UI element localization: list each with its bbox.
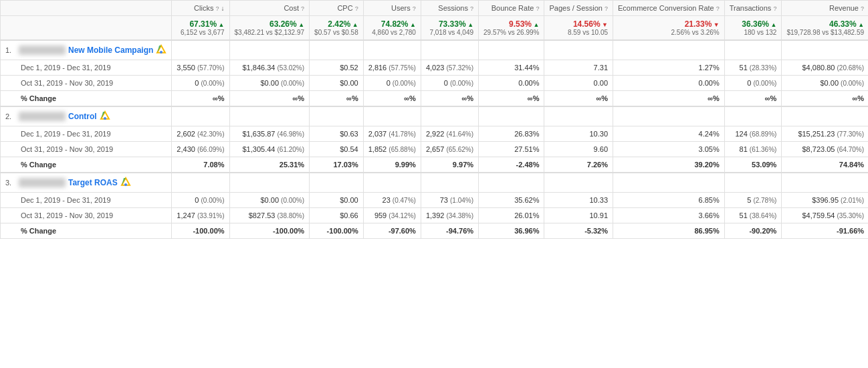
row-transactions: 0 (0.00%) [724,76,782,91]
campaign-header-empty [363,106,421,126]
users-help-icon[interactable]: ? [413,5,416,12]
row-cpc: $0.00 [310,193,364,208]
row-transactions: 124 (68.89%) [724,126,782,142]
row-sessions: 2,922 (41.64%) [421,126,478,142]
campaign-header-empty [479,173,544,193]
campaign-id-blur [19,45,66,55]
row-users: 9.99% [363,157,421,173]
row-bounce: 26.83% [479,126,544,142]
row-revenue: $15,251.23 (77.30%) [782,126,868,142]
row-ecommerce: 3.66% [613,208,725,223]
cost-help-icon[interactable]: ? [301,5,304,12]
row-pages: 7.31 [544,60,613,76]
campaign-header-empty [479,40,544,60]
row-bounce: 31.44% [479,60,544,76]
bounce-help-icon[interactable]: ? [536,5,539,12]
row-revenue: $8,723.05 (64.70%) [782,142,868,157]
row-bounce: ∞% [479,91,544,107]
campaign-header-empty [544,173,613,193]
row-clicks: 1,247 (33.91%) [172,208,229,223]
campaign-header-empty [782,40,868,60]
row-users: 2,816 (57.75%) [363,60,421,76]
campaign-header-empty [229,106,310,126]
row-cost: -100.00% [229,223,310,239]
row-revenue: $0.00 (0.00%) [782,76,868,91]
pages-help-icon[interactable]: ? [605,5,608,12]
campaign-name-link[interactable]: Control [68,112,97,121]
summary-sessions: 73.33% 7,018 vs 4,049 [421,16,478,41]
summary-users: 74.82% 4,860 vs 2,780 [363,16,421,41]
row-clicks: -100.00% [172,223,229,239]
campaign-header-empty [782,106,868,126]
row-cost: $1,305.44 (61.20%) [229,142,310,157]
summary-ecommerce: 21.33% 2.56% vs 3.26% [613,16,725,41]
clicks-sort-icon[interactable]: ↓ [221,5,225,12]
google-ads-icon [156,44,167,56]
row-ecommerce: 4.24% [613,126,725,142]
summary-transactions: 36.36% 180 vs 132 [724,16,782,41]
row-transactions: ∞% [724,91,782,107]
row-users: 959 (34.12%) [363,208,421,223]
data-row: % Change7.08%25.31%17.03%9.99%9.97%-2.48… [1,157,869,173]
row-cpc: $0.66 [310,208,364,223]
summary-row: 67.31% 6,152 vs 3,677 63.26% $3,482.21 v… [1,16,869,41]
revenue-help-icon[interactable]: ? [861,5,864,12]
campaign-header-empty [613,40,725,60]
col-cpc: CPC ? [310,1,364,16]
row-ecommerce: 86.95% [613,223,725,239]
campaign-name-link[interactable]: Target ROAS [68,178,118,187]
row-users: ∞% [363,91,421,107]
campaign-header-empty [613,106,725,126]
row-clicks: 0 (0.00%) [172,76,229,91]
campaign-header-empty [310,173,364,193]
campaign-cell-3: 3.Target ROAS [1,173,172,193]
row-clicks: 2,430 (66.09%) [172,142,229,157]
sessions-help-icon[interactable]: ? [470,5,473,12]
row-pages: 10.30 [544,126,613,142]
row-transactions: 5 (2.78%) [724,193,782,208]
row-users: -97.60% [363,223,421,239]
row-ecommerce: 1.27% [613,60,725,76]
summary-bounce: 9.53% 29.57% vs 26.99% [479,16,544,41]
campaign-header-empty [172,40,229,60]
campaign-row-1: 1.New Mobile Campaign [1,40,869,60]
ecommerce-help-icon[interactable]: ? [716,5,720,12]
row-pages: -5.32% [544,223,613,239]
campaign-header-empty [310,106,364,126]
campaign-header-empty [782,173,868,193]
row-cpc: 17.03% [310,157,364,173]
row-bounce: 0.00% [479,76,544,91]
campaign-row-2: 2.Control [1,106,869,126]
data-row: Oct 31, 2019 - Nov 30, 20190 (0.00%)$0.0… [1,76,869,91]
campaign-name-link[interactable]: New Mobile Campaign [68,45,153,55]
row-revenue: $4,080.80 (20.68%) [782,60,868,76]
row-revenue: $396.95 (2.01%) [782,193,868,208]
data-row: Dec 1, 2019 - Dec 31, 20190 (0.00%)$0.00… [1,193,869,208]
clicks-help-icon[interactable]: ? [215,5,219,12]
campaign-number: 2. [5,112,16,120]
row-label: Oct 31, 2019 - Nov 30, 2019 [1,76,172,91]
row-pages: 7.26% [544,157,613,173]
row-cpc: $0.52 [310,60,364,76]
row-label: % Change [1,223,172,239]
svg-point-7 [124,183,127,186]
row-cpc: $0.00 [310,76,364,91]
row-ecommerce: 3.05% [613,142,725,157]
col-bounce: Bounce Rate ? [479,1,544,16]
row-cpc: -100.00% [310,223,364,239]
campaign-header-empty [363,173,421,193]
summary-revenue: 46.33% $19,728.98 vs $13,482.59 [782,16,868,41]
row-cpc: $0.63 [310,126,364,142]
row-bounce: 26.01% [479,208,544,223]
cpc-help-icon[interactable]: ? [355,5,358,12]
transactions-help-icon[interactable]: ? [773,5,776,12]
data-row: Oct 31, 2019 - Nov 30, 20191,247 (33.91%… [1,208,869,223]
row-sessions: 4,023 (57.32%) [421,60,478,76]
row-clicks: 3,550 (57.70%) [172,60,229,76]
row-cost: $1,846.34 (53.02%) [229,60,310,76]
campaign-header-empty [544,106,613,126]
col-pages: Pages / Session ? [544,1,613,16]
campaign-id-blur [19,178,66,187]
campaign-header-empty [229,173,310,193]
col-cost: Cost ? [229,1,310,16]
